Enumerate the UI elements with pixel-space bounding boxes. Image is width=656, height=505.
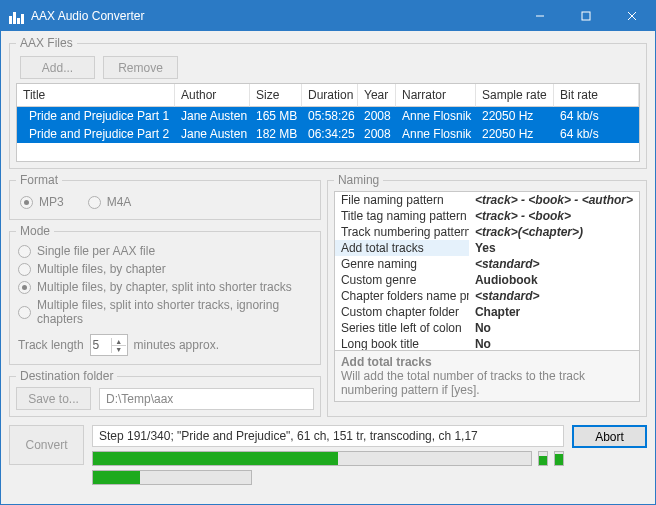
radio-icon [88,196,101,209]
naming-row[interactable]: Long book titleNo [335,336,639,351]
naming-row[interactable]: Track numbering pattern<track>(<chapter>… [335,224,639,240]
maximize-button[interactable] [563,1,609,31]
minimize-button[interactable] [517,1,563,31]
spinner-up-icon[interactable]: ▲ [112,338,126,346]
table-row[interactable]: Pride and Prejudice Part 2 Jane Austen 1… [17,125,639,143]
window-title: AAX Audio Converter [31,9,517,23]
destination-group: Destination folder Save to... D:\Temp\aa… [9,369,321,417]
progress-sub-fill [93,471,140,484]
files-grid[interactable]: Title Author Size Duration Year Narrator… [16,83,640,162]
app-window: AAX Audio Converter AAX Files Add... Rem… [0,0,656,505]
table-row[interactable]: Pride and Prejudice Part 1 Jane Austen 1… [17,107,639,125]
naming-row[interactable]: Series title left of colonNo [335,320,639,336]
radio-mp3[interactable]: MP3 [18,193,66,211]
col-title[interactable]: Title [17,84,175,107]
radio-icon [20,196,33,209]
naming-desc-title: Add total tracks [341,355,633,369]
track-length-input[interactable] [91,338,111,352]
destination-path[interactable]: D:\Temp\aax [99,388,314,410]
remove-button[interactable]: Remove [103,56,178,79]
abort-button[interactable]: Abort [572,425,647,448]
progress-status: Step 191/340; "Pride and Prejudice", 61 … [92,425,564,447]
naming-row-selected[interactable]: Add total tracksYes [335,240,639,256]
naming-description: Add total tracks Will add the total numb… [334,351,640,402]
titlebar[interactable]: AAX Audio Converter [1,1,655,31]
close-button[interactable] [609,1,655,31]
aax-files-group: AAX Files Add... Remove Title Author Siz… [9,36,647,169]
aax-files-legend: AAX Files [16,36,77,50]
progress-sub [92,470,252,485]
track-length-unit: minutes approx. [134,338,219,352]
col-narrator[interactable]: Narrator [396,84,476,107]
format-group: Format MP3 M4A [9,173,321,220]
naming-row[interactable]: Title tag naming pattern<track> - <book> [335,208,639,224]
naming-row[interactable]: Custom genreAudiobook [335,272,639,288]
naming-grid[interactable]: File naming pattern<track> - <book> - <a… [334,191,640,351]
destination-legend: Destination folder [16,369,117,383]
naming-row[interactable]: Genre naming<standard> [335,256,639,272]
progress-main [92,451,532,466]
mode-group: Mode Single file per AAX file Multiple f… [9,224,321,365]
naming-row[interactable]: Custom chapter folderChapter [335,304,639,320]
track-length-label: Track length [18,338,84,352]
radio-by-chapter[interactable]: Multiple files, by chapter [16,260,314,278]
radio-icon [18,306,31,319]
app-icon [9,8,25,24]
col-bit-rate[interactable]: Bit rate [554,84,639,107]
naming-legend: Naming [334,173,383,187]
radio-icon [18,281,31,294]
naming-desc-text: Will add the total number of tracks to t… [341,369,633,397]
mode-legend: Mode [16,224,54,238]
spinner-down-icon[interactable]: ▼ [112,346,126,353]
grid-header: Title Author Size Duration Year Narrator… [17,84,639,107]
convert-button[interactable]: Convert [9,425,84,465]
format-legend: Format [16,173,62,187]
radio-icon [18,245,31,258]
radio-by-chapter-split[interactable]: Multiple files, by chapter, split into s… [16,278,314,296]
col-size[interactable]: Size [250,84,302,107]
add-button[interactable]: Add... [20,56,95,79]
progress-mini-2 [554,451,564,466]
radio-single[interactable]: Single file per AAX file [16,242,314,260]
col-author[interactable]: Author [175,84,250,107]
naming-group: Naming File naming pattern<track> - <boo… [327,173,647,417]
col-duration[interactable]: Duration [302,84,358,107]
svg-rect-1 [582,12,590,20]
naming-row[interactable]: File naming pattern<track> - <book> - <a… [335,192,639,208]
radio-icon [18,263,31,276]
progress-mini-1 [538,451,548,466]
radio-split-ignore[interactable]: Multiple files, split into shorter track… [16,296,314,328]
save-to-button[interactable]: Save to... [16,387,91,410]
col-sample-rate[interactable]: Sample rate [476,84,554,107]
progress-main-fill [93,452,338,465]
track-length-stepper[interactable]: ▲▼ [90,334,128,356]
radio-m4a[interactable]: M4A [86,193,134,211]
naming-row[interactable]: Chapter folders name prefix<standard> [335,288,639,304]
col-year[interactable]: Year [358,84,396,107]
